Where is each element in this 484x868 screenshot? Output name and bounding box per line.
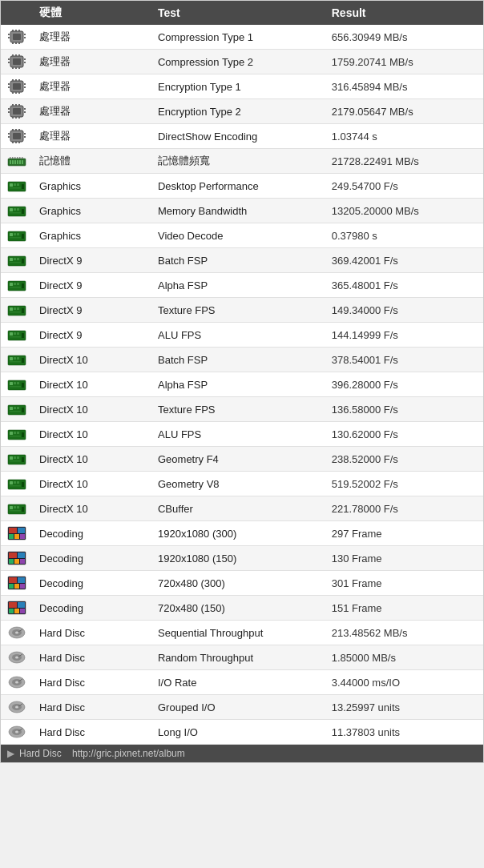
hardware-cell: DirectX 9 xyxy=(33,323,151,348)
svg-rect-39 xyxy=(15,104,17,106)
svg-rect-122 xyxy=(10,382,13,385)
graphics-icon xyxy=(7,426,26,442)
svg-rect-33 xyxy=(8,86,10,88)
svg-rect-128 xyxy=(10,407,13,410)
svg-rect-136 xyxy=(17,432,19,434)
svg-rect-125 xyxy=(10,386,21,388)
svg-point-195 xyxy=(15,706,18,709)
svg-rect-28 xyxy=(18,79,20,81)
svg-rect-1 xyxy=(13,34,21,40)
svg-rect-3 xyxy=(15,30,17,31)
svg-rect-26 xyxy=(12,79,14,81)
svg-rect-52 xyxy=(18,129,20,131)
svg-rect-38 xyxy=(12,104,14,106)
svg-rect-80 xyxy=(10,208,13,211)
graphics-icon xyxy=(7,327,26,343)
hdd-icon xyxy=(7,649,26,665)
icon-cell xyxy=(1,670,33,695)
ram-icon xyxy=(7,153,26,169)
table-row: DirectX 10 Alpha FSP 396.28000 F/s xyxy=(1,372,483,397)
svg-rect-158 xyxy=(9,528,17,533)
test-cell: Compression Type 1 xyxy=(151,25,325,50)
table-row: Hard Disc Grouped I/O 13.25997 units xyxy=(1,695,483,720)
table-row: Hard Disc Long I/O 11.37803 units xyxy=(1,720,483,745)
table-row: DirectX 10 Geometry V8 519.52002 F/s xyxy=(1,472,483,496)
result-cell: 369.42001 F/s xyxy=(325,248,483,273)
svg-rect-46 xyxy=(24,108,26,110)
svg-rect-147 xyxy=(14,481,16,484)
graphics-icon xyxy=(7,252,26,268)
graphics-icon xyxy=(7,277,26,293)
svg-rect-53 xyxy=(12,142,14,143)
table-row: Decoding 1920x1080 (300) 297 Frame xyxy=(1,521,483,546)
svg-rect-30 xyxy=(15,92,17,94)
result-cell: 519.52002 F/s xyxy=(325,472,483,496)
svg-rect-37 xyxy=(13,108,21,115)
svg-rect-142 xyxy=(17,456,19,459)
icon-cell xyxy=(1,248,33,273)
icon-cell xyxy=(1,521,33,546)
hardware-cell: DirectX 10 xyxy=(33,496,151,521)
result-cell: 144.14999 F/s xyxy=(325,323,483,348)
svg-rect-141 xyxy=(14,456,16,459)
svg-rect-87 xyxy=(14,233,16,235)
table-row: Graphics Desktop Performance 249.54700 F… xyxy=(1,174,483,199)
result-cell: 149.34000 F/s xyxy=(325,298,483,323)
table-row: Hard Disc I/O Rate 3.44000 ms/IO xyxy=(1,670,483,695)
test-cell: Long I/O xyxy=(151,720,325,745)
svg-rect-108 xyxy=(22,308,24,313)
result-cell: 21728.22491 MB/s xyxy=(325,149,483,174)
svg-rect-150 xyxy=(22,482,24,487)
graphics-icon xyxy=(7,451,26,467)
svg-rect-51 xyxy=(15,129,17,131)
svg-rect-176 xyxy=(9,602,17,608)
svg-rect-71 xyxy=(19,157,21,159)
svg-rect-83 xyxy=(10,212,21,214)
result-cell: 13.25997 units xyxy=(325,695,483,720)
svg-rect-135 xyxy=(14,432,16,434)
table-wrap: 硬體 Test Result 處理器 Compression Type 1 65… xyxy=(1,1,483,745)
decoding-icon xyxy=(7,550,26,566)
test-cell: Video Decode xyxy=(151,223,325,248)
test-cell: 1920x1080 (300) xyxy=(151,521,325,546)
table-row: DirectX 10 ALU FPS 130.62000 F/s xyxy=(1,422,483,447)
hardware-cell: 處理器 xyxy=(33,74,151,99)
icon-cell xyxy=(1,472,33,496)
svg-rect-16 xyxy=(18,54,20,56)
result-cell: 221.78000 F/s xyxy=(325,496,483,521)
icon-cell xyxy=(1,695,33,720)
svg-rect-15 xyxy=(15,54,17,56)
svg-rect-61 xyxy=(10,160,11,164)
graphics-icon xyxy=(7,178,26,194)
hardware-cell: Hard Disc xyxy=(33,720,151,745)
svg-rect-180 xyxy=(20,609,25,613)
icon-cell xyxy=(1,149,33,174)
test-cell: Batch FSP xyxy=(151,248,325,273)
svg-rect-56 xyxy=(8,133,10,135)
svg-point-191 xyxy=(15,681,18,684)
svg-rect-25 xyxy=(13,83,21,90)
hardware-cell: Decoding xyxy=(33,546,151,571)
svg-rect-70 xyxy=(17,157,18,159)
svg-rect-57 xyxy=(8,136,10,138)
svg-rect-102 xyxy=(22,283,24,288)
test-cell: Texture FPS xyxy=(151,397,325,422)
hardware-cell: DirectX 9 xyxy=(33,298,151,323)
svg-rect-172 xyxy=(9,584,14,589)
test-cell: 1920x1080 (150) xyxy=(151,546,325,571)
svg-rect-59 xyxy=(24,136,26,138)
svg-rect-54 xyxy=(15,142,17,143)
result-cell: 396.28000 F/s xyxy=(325,372,483,397)
svg-rect-20 xyxy=(8,58,10,60)
svg-rect-10 xyxy=(24,34,26,35)
svg-rect-105 xyxy=(14,307,16,310)
test-cell: I/O Rate xyxy=(151,670,325,695)
test-cell: DirectShow Encoding xyxy=(151,124,325,149)
svg-rect-143 xyxy=(10,460,21,462)
hardware-cell: Graphics xyxy=(33,174,151,199)
svg-rect-148 xyxy=(17,481,19,484)
test-cell: Compression Type 2 xyxy=(151,50,325,74)
svg-rect-62 xyxy=(12,160,14,164)
table-row: DirectX 9 Batch FSP 369.42001 F/s xyxy=(1,248,483,273)
icon-cell xyxy=(1,447,33,472)
